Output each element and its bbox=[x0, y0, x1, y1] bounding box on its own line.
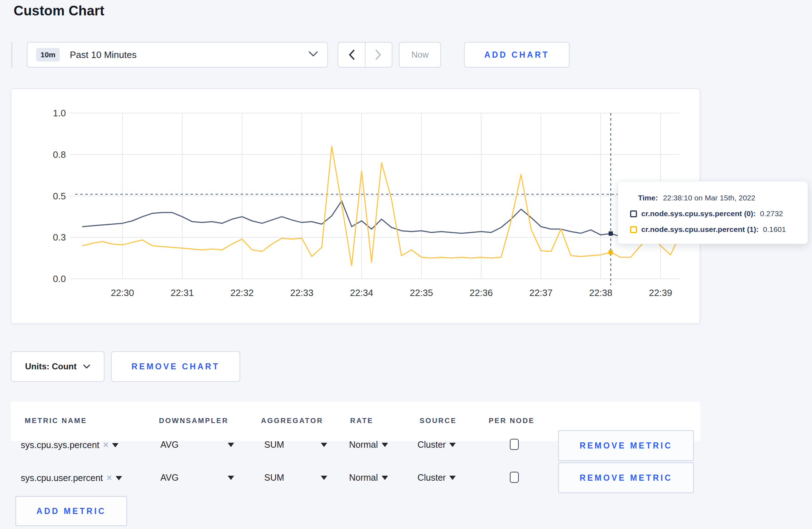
rate-value: Normal bbox=[349, 472, 378, 483]
svg-text:0.3: 0.3 bbox=[53, 232, 66, 243]
dropdown-caret-icon bbox=[321, 476, 327, 480]
col-header-per-node: PER NODE bbox=[489, 417, 535, 425]
rate-select[interactable]: Normal bbox=[349, 440, 388, 450]
time-pager bbox=[338, 42, 392, 68]
chart-tooltip: Time: 22:38:10 on Mar 15th, 2022 cr.node… bbox=[618, 181, 808, 244]
prev-time-button[interactable] bbox=[338, 43, 365, 67]
svg-text:0.8: 0.8 bbox=[53, 149, 66, 160]
tooltip-time-value: 22:38:10 on Mar 15th, 2022 bbox=[663, 194, 755, 202]
chevron-down-icon bbox=[309, 51, 318, 58]
metric-name-combobox[interactable]: sys.cpu.user.percent × bbox=[21, 472, 122, 484]
aggregator-select[interactable]: SUM bbox=[264, 472, 327, 483]
chart-card: 0.00.30.50.81.022:3022:3122:3222:3322:34… bbox=[11, 88, 700, 324]
dropdown-caret-icon bbox=[382, 443, 388, 447]
remove-chart-button[interactable]: REMOVE CHART bbox=[111, 351, 240, 382]
now-button[interactable]: Now bbox=[399, 42, 441, 68]
rate-value: Normal bbox=[349, 440, 378, 450]
clear-metric-icon[interactable]: × bbox=[106, 472, 112, 484]
metric-name-value: sys.cpu.sys.percent bbox=[21, 440, 100, 450]
clear-metric-icon[interactable]: × bbox=[103, 440, 109, 451]
source-value: Cluster bbox=[417, 440, 446, 450]
units-select[interactable]: Units: Count bbox=[11, 351, 105, 382]
dropdown-caret-icon bbox=[228, 476, 234, 480]
aggregator-value: SUM bbox=[264, 440, 284, 450]
downsampler-select[interactable]: AVG bbox=[160, 440, 234, 450]
tooltip-time-label: Time: bbox=[638, 194, 658, 202]
dropdown-caret-icon[interactable] bbox=[112, 443, 119, 447]
user-series-swatch-icon bbox=[630, 226, 637, 233]
tooltip-sys-series-label: cr.node.sys.cpu.sys.percent (0): bbox=[641, 209, 756, 218]
remove-metric-button[interactable]: REMOVE METRIC bbox=[558, 462, 694, 493]
col-header-aggregator: AGGREGATOR bbox=[261, 417, 323, 425]
tooltip-user-series-label: cr.node.sys.cpu.user.percent (1): bbox=[641, 225, 759, 234]
svg-text:22:39: 22:39 bbox=[649, 287, 672, 298]
svg-text:22:37: 22:37 bbox=[529, 287, 552, 298]
remove-metric-button[interactable]: REMOVE METRIC bbox=[558, 430, 694, 461]
dropdown-caret-icon bbox=[321, 443, 327, 447]
time-range-select[interactable]: 10m Past 10 Minutes bbox=[27, 42, 328, 68]
svg-text:22:31: 22:31 bbox=[170, 287, 194, 298]
source-value: Cluster bbox=[417, 472, 446, 483]
downsampler-select[interactable]: AVG bbox=[160, 472, 234, 483]
col-header-metric-name: METRIC NAME bbox=[25, 417, 87, 425]
tooltip-sys-series-value: 0.2732 bbox=[760, 209, 783, 218]
svg-text:0.5: 0.5 bbox=[53, 191, 66, 202]
chevron-down-icon bbox=[83, 364, 90, 369]
time-range-badge: 10m bbox=[36, 48, 60, 62]
page-title: Custom Chart bbox=[14, 3, 105, 19]
dropdown-caret-icon[interactable] bbox=[116, 476, 122, 480]
per-node-checkbox[interactable] bbox=[510, 439, 519, 450]
toolbar-divider bbox=[11, 42, 12, 68]
svg-text:22:34: 22:34 bbox=[350, 287, 373, 298]
svg-text:1.0: 1.0 bbox=[53, 108, 66, 118]
source-select[interactable]: Cluster bbox=[417, 440, 456, 450]
dropdown-caret-icon bbox=[449, 443, 456, 447]
per-node-checkbox[interactable] bbox=[510, 472, 519, 483]
col-header-source: SOURCE bbox=[420, 417, 457, 425]
svg-text:22:38: 22:38 bbox=[589, 287, 612, 298]
rate-select[interactable]: Normal bbox=[349, 472, 388, 483]
col-header-rate: RATE bbox=[350, 417, 373, 425]
source-select[interactable]: Cluster bbox=[417, 472, 456, 483]
svg-text:22:35: 22:35 bbox=[410, 287, 433, 298]
svg-text:22:33: 22:33 bbox=[290, 287, 313, 298]
svg-text:22:36: 22:36 bbox=[469, 287, 493, 298]
sys-series-swatch-icon bbox=[630, 210, 637, 217]
svg-text:22:30: 22:30 bbox=[111, 287, 134, 298]
svg-text:22:32: 22:32 bbox=[230, 287, 253, 298]
downsampler-value: AVG bbox=[160, 440, 179, 450]
downsampler-value: AVG bbox=[160, 472, 179, 483]
col-header-downsampler: DOWNSAMPLER bbox=[159, 417, 228, 425]
dropdown-caret-icon bbox=[228, 443, 234, 447]
add-chart-button[interactable]: ADD CHART bbox=[464, 42, 570, 68]
add-metric-button[interactable]: ADD METRIC bbox=[15, 496, 127, 526]
aggregator-value: SUM bbox=[264, 472, 284, 483]
next-time-button[interactable] bbox=[365, 43, 392, 67]
tooltip-user-series-value: 0.1601 bbox=[763, 225, 786, 234]
time-range-label: Past 10 Minutes bbox=[70, 49, 136, 60]
metric-name-value: sys.cpu.user.percent bbox=[21, 473, 103, 483]
dropdown-caret-icon bbox=[382, 476, 388, 480]
units-label: Units: Count bbox=[25, 361, 77, 372]
dropdown-caret-icon bbox=[449, 476, 456, 480]
aggregator-select[interactable]: SUM bbox=[264, 440, 327, 450]
metrics-line-chart[interactable]: 0.00.30.50.81.022:3022:3122:3222:3322:34… bbox=[11, 89, 700, 323]
svg-text:0.0: 0.0 bbox=[53, 273, 66, 284]
metric-name-combobox[interactable]: sys.cpu.sys.percent × bbox=[21, 440, 119, 451]
